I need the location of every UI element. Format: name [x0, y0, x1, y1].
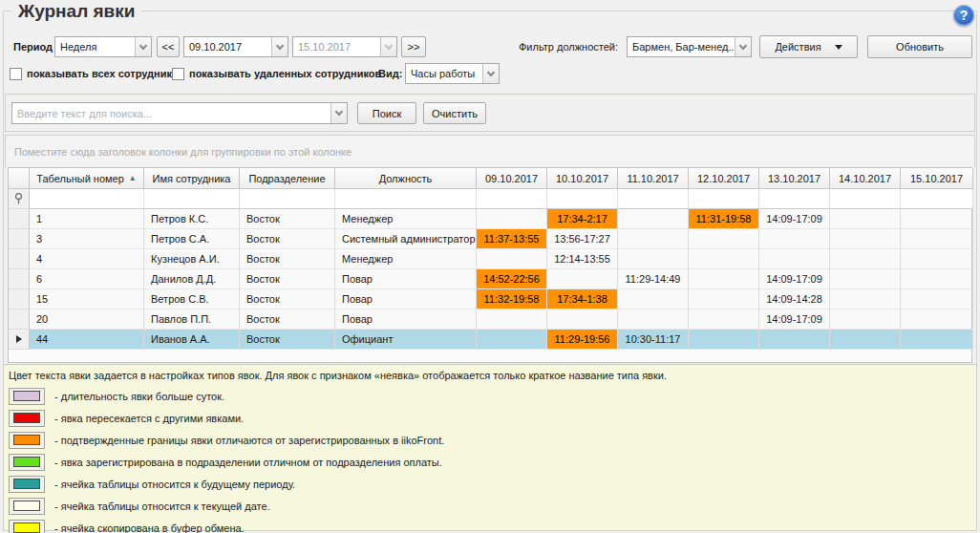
position-cell[interactable]: Системный администратор	[335, 229, 477, 249]
period-select[interactable]: Неделя	[54, 36, 152, 57]
clear-search-button[interactable]: Очистить	[423, 102, 486, 124]
employee-id-cell[interactable]: 6	[30, 269, 144, 289]
attendance-cell[interactable]	[901, 269, 973, 289]
attendance-cell[interactable]	[830, 289, 901, 309]
attendance-cell[interactable]	[759, 249, 830, 269]
department-cell[interactable]: Восток	[240, 229, 335, 249]
department-cell[interactable]: Восток	[240, 330, 335, 350]
column-header-10[interactable]: 15.10.2017	[901, 168, 973, 189]
column-header-2[interactable]: Подразделение	[240, 168, 335, 189]
filter-cell-9[interactable]	[830, 189, 901, 209]
attendance-cell[interactable]	[901, 330, 973, 350]
column-header-4[interactable]: 09.10.2017	[477, 168, 547, 189]
view-select[interactable]: Часы работы	[405, 63, 500, 84]
chevron-down-icon[interactable]	[135, 37, 151, 56]
attendance-cell[interactable]	[759, 330, 830, 350]
attendance-cell[interactable]: 14:52-22:56	[477, 269, 547, 289]
filter-cell-5[interactable]	[547, 189, 618, 209]
filter-cell-10[interactable]	[901, 189, 973, 209]
attendance-cell[interactable]	[830, 249, 901, 269]
employee-id-cell[interactable]: 20	[30, 309, 144, 330]
search-box[interactable]	[11, 102, 348, 124]
employee-id-cell[interactable]: 3	[30, 229, 144, 249]
employee-id-cell[interactable]: 15	[30, 289, 144, 309]
attendance-cell[interactable]	[547, 269, 618, 289]
row-indicator-cell[interactable]	[9, 209, 30, 229]
attendance-cell[interactable]	[830, 309, 901, 330]
employee-name-cell[interactable]: Данилов Д.Д.	[144, 269, 240, 289]
employee-name-cell[interactable]: Петров С.А.	[144, 229, 240, 249]
department-cell[interactable]: Восток	[240, 289, 335, 309]
attendance-cell[interactable]	[901, 309, 973, 330]
attendance-cell[interactable]	[689, 249, 759, 269]
filter-cell-1[interactable]	[144, 189, 240, 209]
filter-cell-0[interactable]	[30, 189, 144, 209]
employee-id-cell[interactable]: 4	[30, 249, 144, 269]
chevron-down-icon[interactable]	[271, 37, 288, 56]
filter-cell-2[interactable]	[240, 189, 335, 209]
department-cell[interactable]: Восток	[240, 249, 335, 269]
attendance-cell[interactable]: 14:09-17:09	[759, 309, 830, 330]
chevron-down-icon[interactable]	[330, 103, 347, 123]
attendance-cell[interactable]	[618, 309, 689, 330]
employee-name-cell[interactable]: Петров К.С.	[144, 209, 240, 229]
row-indicator-cell[interactable]	[9, 269, 30, 289]
help-icon[interactable]: ?	[953, 5, 974, 26]
refresh-button[interactable]: Обновить	[867, 35, 972, 58]
attendance-cell[interactable]: 11:29-19:56	[547, 330, 618, 350]
column-header-6[interactable]: 11.10.2017	[618, 168, 689, 189]
attendance-cell[interactable]	[618, 249, 689, 269]
next-period-button[interactable]: >>	[401, 36, 426, 57]
employee-name-cell[interactable]: Павлов П.П.	[144, 309, 240, 330]
column-header-3[interactable]: Должность	[335, 168, 477, 189]
column-header-0[interactable]: Табельный номер▲	[30, 168, 144, 189]
attendance-cell[interactable]: 11:31-19:58	[689, 209, 759, 229]
attendance-cell[interactable]	[618, 289, 689, 309]
filter-cell-3[interactable]	[335, 189, 477, 209]
column-header-1[interactable]: Имя сотрудника	[144, 168, 240, 189]
attendance-cell[interactable]	[618, 209, 689, 229]
attendance-cell[interactable]	[689, 309, 759, 330]
attendance-cell[interactable]	[477, 330, 547, 350]
attendance-cell[interactable]	[830, 269, 901, 289]
position-cell[interactable]: Повар	[335, 309, 477, 330]
attendance-cell[interactable]	[477, 209, 547, 229]
position-cell[interactable]: Повар	[335, 289, 477, 309]
attendance-cell[interactable]	[689, 269, 759, 289]
attendance-cell[interactable]	[830, 209, 901, 229]
filter-cell-7[interactable]	[689, 189, 759, 209]
actions-button[interactable]: Действия	[759, 35, 858, 58]
row-indicator-cell[interactable]	[9, 249, 30, 269]
employee-id-cell[interactable]: 1	[30, 209, 144, 229]
attendance-cell[interactable]	[477, 249, 547, 269]
row-indicator-cell[interactable]	[9, 289, 30, 309]
search-button[interactable]: Поиск	[357, 102, 416, 124]
attendance-cell[interactable]	[901, 209, 973, 229]
position-cell[interactable]: Повар	[335, 269, 477, 289]
attendance-cell[interactable]: 17:34-1:38	[547, 289, 618, 309]
attendance-cell[interactable]: 14:09-17:09	[759, 269, 830, 289]
search-input[interactable]	[12, 103, 330, 123]
attendance-cell[interactable]: 13:56-17:27	[547, 229, 618, 249]
department-cell[interactable]: Восток	[240, 309, 335, 330]
column-header-7[interactable]: 12.10.2017	[689, 168, 759, 189]
date-from-select[interactable]: 09.10.2017	[183, 36, 288, 57]
filter-cell-6[interactable]	[618, 189, 689, 209]
attendance-cell[interactable]	[830, 229, 901, 249]
chevron-down-icon[interactable]	[735, 37, 751, 56]
attendance-cell[interactable]: 11:32-19:58	[477, 289, 547, 309]
filter-cell-4[interactable]	[477, 189, 547, 209]
attendance-cell[interactable]: 12:14-13:55	[547, 249, 618, 269]
attendance-cell[interactable]: 17:34-2:17	[547, 209, 618, 229]
attendance-cell[interactable]	[689, 330, 759, 350]
employee-name-cell[interactable]: Ветров С.В.	[144, 289, 240, 309]
attendance-cell[interactable]	[689, 289, 759, 309]
column-header-8[interactable]: 13.10.2017	[759, 168, 830, 189]
employee-id-cell[interactable]: 44	[30, 330, 144, 350]
position-cell[interactable]: Официант	[335, 330, 477, 350]
department-cell[interactable]: Восток	[240, 209, 335, 229]
attendance-cell[interactable]	[759, 229, 830, 249]
attendance-cell[interactable]	[901, 229, 973, 249]
position-cell[interactable]: Менеджер	[335, 209, 477, 229]
attendance-cell[interactable]: 14:09-14:28	[759, 289, 830, 309]
